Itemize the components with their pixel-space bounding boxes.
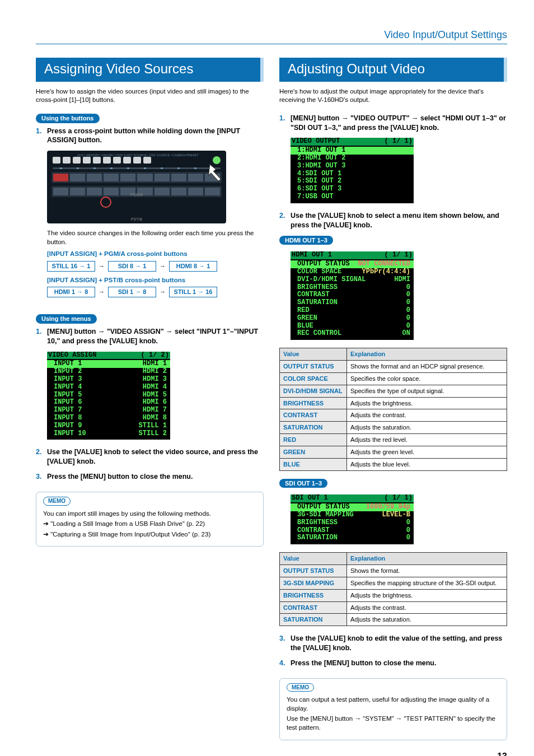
step-2-right: 2. Use the [VALUE] knob to select a menu… xyxy=(279,211,507,230)
pill-using-menus: Using the menus xyxy=(36,314,97,324)
step-text: [MENU] button → "VIDEO ASSIGN" → select … xyxy=(47,327,264,346)
pill-sdi: SDI OUT 1–3 xyxy=(279,479,327,488)
intro-left: Here's how to assign the video sources (… xyxy=(36,87,264,105)
video-assign-screen: VIDEO ASSIGN( 1/ 2)INPUT 1HDMI 1INPUT 2H… xyxy=(47,352,170,440)
flow-box: SDI 8 → 1 xyxy=(108,261,156,272)
memo-box-left: MEMO You can import still images by usin… xyxy=(36,492,264,547)
hdmi-out-screen: HDMI OUT 1( 1/ 1)OUTPUT STATUSNOT CONNEC… xyxy=(291,251,414,340)
step-text: Press the [MENU] button to close the men… xyxy=(47,472,193,482)
pill-hdmi: HDMI OUT 1–3 xyxy=(279,236,333,245)
flow-box: STILL 16 → 1 xyxy=(47,261,95,272)
memo-text: You can import still images by using the… xyxy=(43,510,256,519)
arrow-icon: → xyxy=(99,262,105,270)
step-num: 2. xyxy=(279,211,287,230)
step-3-right: 3. Use the [VALUE] knob to edit the valu… xyxy=(279,634,507,653)
step-text: [MENU] button → "VIDEO OUTPUT" → select … xyxy=(291,114,507,133)
step-1-left-menus: 1. [MENU] button → "VIDEO ASSIGN" → sele… xyxy=(36,327,264,346)
memo-box-right: MEMO You can output a test pattern, usef… xyxy=(279,678,507,740)
pst-assign-label: [INPUT ASSIGN] + PST/B cross-point butto… xyxy=(47,276,264,285)
section-title-adjusting: Adjusting Output Video xyxy=(279,58,507,81)
memo-pill: MEMO xyxy=(287,683,314,692)
flow-pgm: STILL 16 → 1 → SDI 8 → 1 → HDMI 8 → 1 xyxy=(47,261,264,272)
step-num: 1. xyxy=(36,127,44,146)
memo-link: "Capturing a Still Image from Input/Outp… xyxy=(43,530,256,539)
step-3-left-menus: 3. Press the [MENU] button to close the … xyxy=(36,472,264,482)
step-text: Use the [VALUE] knob to edit the value o… xyxy=(291,634,507,653)
step-num: 1. xyxy=(279,114,287,133)
arrow-icon: → xyxy=(160,288,166,296)
step-text: Press the [MENU] button to close the men… xyxy=(291,659,436,668)
pgm-row xyxy=(51,172,222,183)
pill-using-buttons: Using the buttons xyxy=(36,114,100,123)
step-text: Use the [VALUE] knob to select the video… xyxy=(47,447,264,466)
section-title-assigning: Assigning Video Sources xyxy=(36,58,264,81)
flow-box: STILL 1 → 16 xyxy=(169,287,217,297)
step-2-left-menus: 2. Use the [VALUE] knob to select the vi… xyxy=(36,447,264,466)
page-header: Video Input/Output Settings xyxy=(36,28,507,44)
illus-top-label: AUX / MEMORY / MACRO / PinP & KEY SOURCE… xyxy=(77,153,199,157)
video-output-screen: VIDEO OUTPUT( 1/ 1)1:HDMI OUT 12:HDMI OU… xyxy=(291,138,414,203)
step-4-right: 4. Press the [MENU] button to close the … xyxy=(279,659,507,668)
flow-box: HDMI 1 → 8 xyxy=(47,287,95,297)
illus-top-buttons xyxy=(53,157,151,164)
device-illustration: AUX / MEMORY / MACRO / PinP & KEY SOURCE… xyxy=(47,151,226,223)
step-text: Use the [VALUE] knob to select a menu it… xyxy=(291,211,507,230)
red-highlight-ring xyxy=(100,197,111,208)
arrow-icon: → xyxy=(160,262,166,270)
memo-pill: MEMO xyxy=(43,497,71,506)
step-num: 4. xyxy=(279,659,287,668)
arrow-icon: → xyxy=(99,288,105,296)
step-text: Press a cross-point button while holding… xyxy=(47,127,264,146)
step-num: 3. xyxy=(279,634,287,653)
flow-box: SDI 1 → 8 xyxy=(108,287,156,297)
pointer-hand-icon xyxy=(205,161,226,185)
hdmi-values-table: ValueExplanationOUTPUT STATUSShows the f… xyxy=(279,348,507,470)
step-num: 1. xyxy=(36,327,44,346)
step-num: 3. xyxy=(36,472,44,482)
flow-pst: HDMI 1 → 8 → SDI 1 → 8 → STILL 1 → 16 xyxy=(47,287,264,297)
step-1-right: 1. [MENU] button → "VIDEO OUTPUT" → sele… xyxy=(279,114,507,133)
intro-right: Here's how to adjust the output image ap… xyxy=(279,87,507,105)
memo-text: Use the [MENU] button → "SYSTEM" → "TEST… xyxy=(287,715,500,732)
note-order: The video source changes in the followin… xyxy=(47,229,264,246)
page-number: 13 xyxy=(36,750,507,756)
memo-text: You can output a test pattern, useful fo… xyxy=(287,696,500,713)
right-column: Adjusting Output Video Here's how to adj… xyxy=(279,58,507,740)
step-1-left-buttons: 1. Press a cross-point button while hold… xyxy=(36,127,264,146)
left-column: Assigning Video Sources Here's how to as… xyxy=(36,58,264,740)
memo-link: "Loading a Still Image from a USB Flash … xyxy=(43,520,256,529)
pgm-assign-label: [INPUT ASSIGN] + PGM/A cross-point butto… xyxy=(47,250,264,259)
pgm-label: PGM/A xyxy=(130,192,143,197)
step-num: 2. xyxy=(36,447,44,466)
sdi-values-table: ValueExplanationOUTPUT STATUSShows the f… xyxy=(279,552,507,626)
sdi-out-screen: SDI OUT 1( 1/ 1)OUTPUT STATUS1080/59.94p… xyxy=(291,494,414,544)
flow-box: HDMI 8 → 1 xyxy=(169,261,217,272)
pst-label: PST/B xyxy=(131,217,142,222)
